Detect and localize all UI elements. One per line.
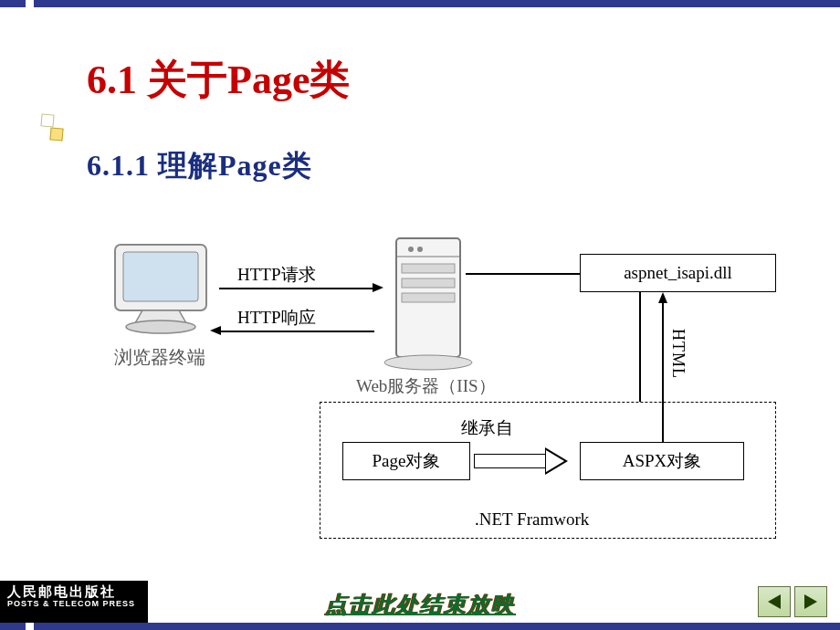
arrow-head-icon bbox=[210, 326, 221, 335]
inherit-arrow-icon bbox=[474, 448, 574, 474]
client-monitor-icon bbox=[110, 239, 219, 340]
http-response-arrow bbox=[219, 331, 374, 332]
bottom-border bbox=[0, 623, 840, 630]
svg-rect-6 bbox=[402, 278, 455, 288]
diagram: 浏览器终端 Web服务器（IIS） HTTP请求 HTTP响应 aspnet_i… bbox=[73, 228, 813, 548]
http-request-arrow bbox=[219, 288, 374, 289]
slide: 6.1 关于Page类 6.1.1 理解Page类 浏览器终端 bbox=[0, 0, 840, 630]
top-border bbox=[0, 0, 840, 7]
svg-rect-5 bbox=[402, 264, 455, 273]
triangle-right-icon bbox=[804, 594, 817, 609]
iis-label: Web服务器（IIS） bbox=[356, 374, 496, 398]
inherit-label: 继承自 bbox=[461, 416, 513, 440]
http-response-label: HTTP响应 bbox=[237, 306, 316, 330]
client-label: 浏览器终端 bbox=[114, 345, 205, 370]
http-request-label: HTTP请求 bbox=[237, 263, 316, 287]
publisher-name-en: POSTS & TELECOM PRESS bbox=[7, 600, 135, 609]
next-button[interactable] bbox=[794, 586, 827, 617]
footer: 人民邮电出版社 POSTS & TELECOM PRESS 点击此处结束放映 bbox=[0, 584, 840, 623]
triangle-left-icon bbox=[768, 594, 781, 609]
server-icon bbox=[374, 231, 484, 377]
end-show-link[interactable]: 点击此处结束放映 bbox=[325, 590, 515, 619]
svg-point-8 bbox=[408, 247, 414, 252]
svg-point-10 bbox=[384, 355, 472, 370]
aspx-object-box: ASPX对象 bbox=[580, 442, 744, 480]
isapi-box: aspnet_isapi.dll bbox=[580, 254, 776, 292]
publisher-logo: 人民邮电出版社 POSTS & TELECOM PRESS bbox=[0, 581, 148, 623]
bullet-decor bbox=[49, 127, 63, 141]
bullet-decor bbox=[40, 113, 54, 127]
slide-subtitle: 6.1.1 理解Page类 bbox=[87, 146, 312, 186]
arrow-head-icon bbox=[373, 283, 383, 292]
framework-label: .NET Framwork bbox=[475, 509, 589, 530]
page-object-box: Page对象 bbox=[342, 442, 470, 480]
svg-rect-1 bbox=[123, 252, 198, 301]
svg-rect-7 bbox=[402, 293, 455, 302]
publisher-name-cn: 人民邮电出版社 bbox=[7, 584, 135, 600]
connector-vline bbox=[639, 292, 641, 402]
slide-title: 6.1 关于Page类 bbox=[87, 53, 350, 107]
arrow-head-icon bbox=[658, 292, 667, 303]
svg-point-2 bbox=[126, 320, 195, 333]
html-label: HTML bbox=[668, 329, 688, 379]
connector-line bbox=[466, 273, 580, 275]
svg-point-9 bbox=[417, 247, 423, 252]
prev-button[interactable] bbox=[758, 586, 791, 617]
